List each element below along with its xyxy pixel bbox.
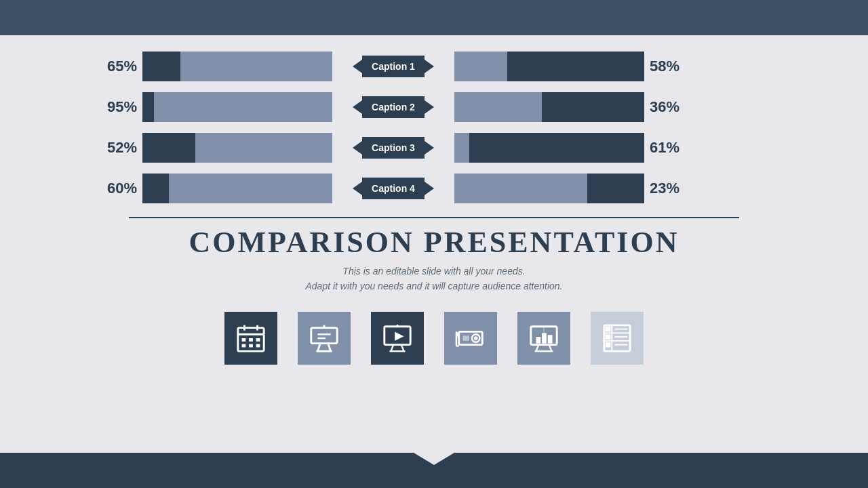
- svg-rect-4: [242, 338, 246, 342]
- svg-line-19: [391, 344, 393, 351]
- arrow-left-2: [353, 100, 362, 114]
- svg-rect-9: [256, 344, 260, 347]
- right-side-1: 58%: [454, 52, 746, 81]
- projector-icon-box[interactable]: [444, 312, 497, 365]
- arrow-wrapper-2: Caption 2: [339, 96, 448, 118]
- left-percent-4: 60%: [100, 180, 137, 197]
- chart-row-3: 52% Caption 3 61%: [41, 130, 827, 165]
- arrow-wrapper-1: Caption 1: [339, 56, 448, 77]
- top-bar: [0, 0, 868, 35]
- presentation-play-icon-box[interactable]: [371, 312, 424, 365]
- left-side-1: 65%: [41, 52, 332, 81]
- title-section: COMPARISON PRESENTATION This is an edita…: [129, 217, 739, 294]
- right-bar-fill-3: [469, 133, 644, 163]
- left-side-2: 95%: [41, 92, 332, 122]
- svg-line-12: [328, 343, 331, 351]
- svg-rect-42: [606, 327, 611, 332]
- right-percent-2: 36%: [650, 98, 694, 116]
- right-percent-3: 61%: [650, 139, 694, 157]
- right-bar-4: [454, 174, 644, 203]
- svg-rect-8: [249, 344, 253, 347]
- svg-rect-10: [311, 327, 337, 343]
- caption-4[interactable]: Caption 4: [332, 178, 454, 199]
- main-content: 65% Caption 1 58% 95%: [0, 35, 868, 453]
- presentation-chart-icon-box[interactable]: [517, 312, 570, 365]
- right-percent-4: 23%: [650, 180, 694, 197]
- svg-rect-29: [463, 336, 470, 341]
- presentation-play-icon: [382, 323, 413, 354]
- svg-line-11: [317, 343, 320, 351]
- svg-rect-46: [606, 334, 611, 340]
- left-bar-4: [142, 174, 332, 203]
- main-title: COMPARISON PRESENTATION: [129, 225, 739, 260]
- left-side-3: 52%: [41, 133, 332, 163]
- svg-point-25: [474, 336, 478, 340]
- svg-rect-23: [459, 331, 483, 344]
- bottom-bar: [0, 453, 868, 488]
- right-bar-fill-2: [542, 92, 644, 122]
- subtitle: This is an editable slide with all your …: [129, 264, 739, 294]
- chart-row-2: 95% Caption 2 36%: [41, 89, 827, 125]
- svg-rect-5: [249, 338, 253, 342]
- caption-label-3: Caption 3: [362, 137, 425, 159]
- caption-label-4: Caption 4: [362, 178, 425, 199]
- svg-rect-47: [606, 342, 611, 348]
- left-bar-1: [142, 52, 332, 81]
- left-bar-fill-1: [142, 52, 180, 81]
- billboard-icon-box[interactable]: [298, 312, 351, 365]
- svg-marker-18: [395, 331, 403, 340]
- svg-line-20: [401, 344, 404, 351]
- right-side-4: 23%: [454, 174, 746, 203]
- right-percent-1: 58%: [650, 58, 694, 75]
- right-bar-3: [454, 133, 644, 163]
- right-side-3: 61%: [454, 133, 746, 163]
- right-bar-2: [454, 92, 644, 122]
- calendar-icon: [235, 323, 267, 354]
- left-percent-2: 95%: [100, 98, 137, 116]
- caption-label-2: Caption 2: [362, 96, 425, 118]
- chart-row-4: 60% Caption 4 23%: [41, 171, 827, 206]
- arrow-wrapper-4: Caption 4: [339, 178, 448, 199]
- left-bar-fill-3: [142, 133, 195, 163]
- right-bar-1: [454, 52, 644, 81]
- left-bar-3: [142, 133, 332, 163]
- left-bar-fill-2: [142, 92, 154, 122]
- arrow-right-3: [425, 141, 434, 155]
- svg-rect-34: [548, 335, 553, 343]
- left-percent-3: 52%: [100, 139, 137, 157]
- left-side-4: 60%: [41, 174, 332, 203]
- projector-icon: [455, 323, 486, 354]
- bottom-triangle: [414, 453, 454, 465]
- left-percent-1: 65%: [100, 58, 137, 75]
- presentation-chart-icon: [528, 323, 559, 354]
- right-side-2: 36%: [454, 92, 746, 122]
- billboard-icon: [309, 323, 340, 354]
- charts-section: 65% Caption 1 58% 95%: [41, 49, 827, 206]
- caption-2[interactable]: Caption 2: [332, 96, 454, 118]
- svg-line-35: [536, 344, 539, 351]
- svg-rect-33: [542, 333, 547, 343]
- arrow-left-4: [353, 182, 362, 195]
- caption-label-1: Caption 1: [362, 56, 425, 77]
- left-bar-2: [142, 92, 332, 122]
- list-icon-box[interactable]: [591, 312, 644, 365]
- svg-rect-7: [242, 344, 246, 347]
- arrow-right-1: [425, 60, 434, 73]
- arrow-right-4: [425, 182, 434, 195]
- arrow-wrapper-3: Caption 3: [339, 137, 448, 159]
- chart-row-1: 65% Caption 1 58%: [41, 49, 827, 84]
- left-bar-fill-4: [142, 174, 169, 203]
- list-icon: [601, 323, 633, 354]
- icons-section: [224, 312, 644, 365]
- svg-line-36: [549, 344, 552, 351]
- svg-rect-32: [536, 337, 541, 344]
- caption-3[interactable]: Caption 3: [332, 137, 454, 159]
- calendar-icon-box[interactable]: [224, 312, 277, 365]
- right-bar-fill-1: [507, 52, 644, 81]
- arrow-left-3: [353, 141, 362, 155]
- caption-1[interactable]: Caption 1: [332, 56, 454, 77]
- svg-rect-6: [256, 338, 260, 342]
- arrow-left-1: [353, 60, 362, 73]
- arrow-right-2: [425, 100, 434, 114]
- right-bar-fill-4: [587, 174, 644, 203]
